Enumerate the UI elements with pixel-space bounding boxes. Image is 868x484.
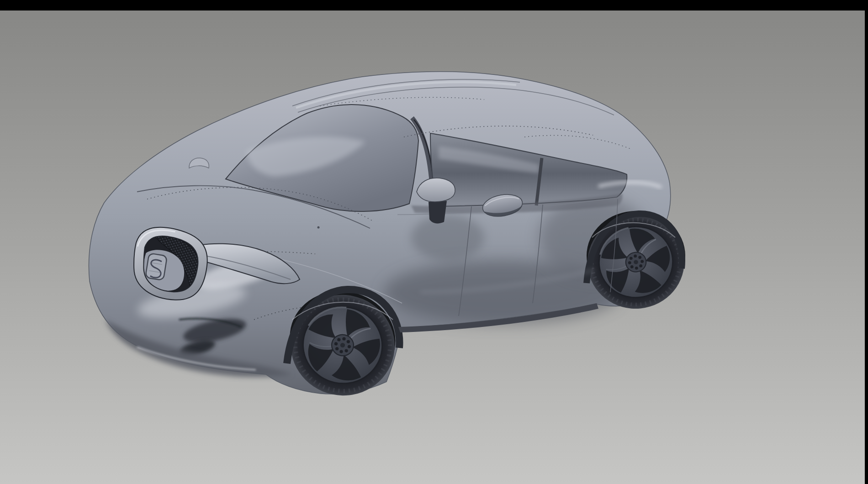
door-shading: [411, 215, 484, 260]
right-bar: [865, 0, 868, 484]
hood-speck: [318, 226, 320, 229]
3d-viewport[interactable]: [0, 0, 868, 484]
top-bar: [0, 0, 868, 11]
emblem-plate: [145, 253, 167, 280]
seat-emblem: [145, 253, 167, 280]
screenshot-root: [0, 0, 868, 484]
mirror-stalk: [429, 201, 447, 223]
